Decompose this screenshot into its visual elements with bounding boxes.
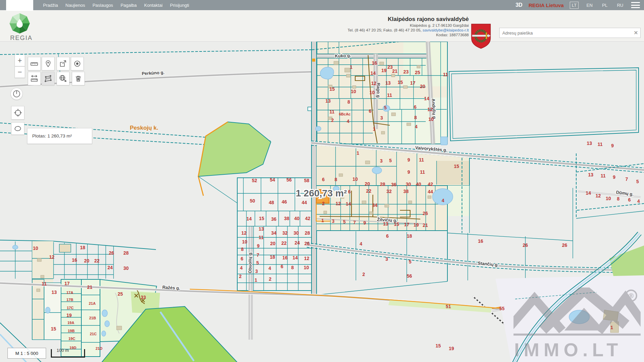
- nav-item-pagalba[interactable]: Pagalba: [121, 3, 137, 8]
- measure-distance-button[interactable]: [28, 72, 41, 85]
- regia-logo-text: REGIA: [10, 35, 33, 42]
- svg-text:23: 23: [403, 69, 409, 74]
- measured-area-label: 1 260,73 m²: [296, 188, 347, 198]
- lang-lt[interactable]: LT: [570, 2, 579, 9]
- svg-text:12: 12: [336, 201, 341, 206]
- svg-text:19C: 19C: [68, 337, 75, 341]
- zoom-out-button[interactable]: −: [15, 66, 25, 78]
- distance-ruler-icon: [30, 74, 38, 83]
- nav-item-kontaktai[interactable]: Kontaktai: [144, 3, 162, 8]
- svg-text:26: 26: [109, 250, 114, 256]
- svg-text:48: 48: [269, 200, 274, 205]
- svg-text:20: 20: [420, 84, 425, 89]
- svg-text:24: 24: [107, 265, 113, 270]
- svg-text:1: 1: [610, 325, 613, 330]
- delete-measurement-button[interactable]: [72, 72, 85, 85]
- svg-text:10: 10: [242, 239, 247, 244]
- svg-text:3: 3: [255, 269, 258, 274]
- svg-text:56: 56: [286, 177, 292, 183]
- svg-text:17A: 17A: [66, 291, 73, 295]
- svg-text:11: 11: [601, 173, 606, 178]
- regia-logo-icon[interactable]: [9, 13, 31, 35]
- svg-text:16: 16: [282, 255, 288, 260]
- municipality-email-link[interactable]: savivaldybe@klaipedos-r.lt: [423, 28, 469, 32]
- regia-lietuva-link[interactable]: REGIA Lietuva: [528, 2, 564, 8]
- map-canvas[interactable]: Perkūno g.Kuko g.Rago g.Andulių g.Vaivor…: [0, 42, 644, 362]
- top-navbar: Pradžia Naujienos Paslaugos Pagalba Kont…: [0, 0, 644, 10]
- svg-text:5: 5: [343, 219, 346, 225]
- svg-text:10: 10: [428, 116, 434, 122]
- measure-length-button[interactable]: [28, 57, 41, 70]
- svg-text:9: 9: [407, 169, 410, 175]
- svg-text:20: 20: [270, 241, 276, 246]
- zoom-in-button[interactable]: +: [15, 55, 25, 66]
- svg-text:4: 4: [347, 119, 349, 124]
- svg-text:13: 13: [383, 221, 388, 227]
- clear-search-icon[interactable]: ✕: [631, 30, 640, 36]
- svg-text:5: 5: [636, 179, 639, 184]
- svg-text:4: 4: [360, 241, 362, 247]
- select-on-map-button[interactable]: [57, 72, 69, 85]
- svg-text:30: 30: [294, 230, 299, 236]
- svg-text:3: 3: [332, 218, 335, 224]
- municipality-title: Klaipėdos rajono savivaldybė: [347, 16, 469, 23]
- lang-ru[interactable]: RU: [615, 2, 625, 8]
- svg-text:52: 52: [252, 178, 257, 183]
- svg-text:25: 25: [415, 70, 420, 75]
- add-marker-button[interactable]: [42, 57, 55, 70]
- svg-text:36: 36: [271, 216, 277, 222]
- nav-item-paslaugos[interactable]: Paslaugos: [93, 3, 113, 8]
- lang-en[interactable]: EN: [585, 2, 594, 8]
- svg-text:16: 16: [478, 238, 483, 244]
- svg-text:21: 21: [423, 222, 428, 228]
- svg-text:14: 14: [586, 190, 591, 196]
- svg-text:44: 44: [428, 189, 433, 194]
- map-scale-text: M 1 : 5 000: [7, 348, 46, 359]
- svg-text:30: 30: [123, 265, 129, 271]
- svg-text:22: 22: [94, 258, 100, 263]
- reset-rotation-button[interactable]: [11, 88, 23, 100]
- svg-text:14: 14: [293, 255, 298, 260]
- municipality-info: Klaipėdos rajono savivaldybė Klaipėdos g…: [347, 16, 469, 37]
- view-3d-button[interactable]: 3D: [516, 2, 522, 8]
- nav-right: 3D REGIA Lietuva LT EN PL RU: [516, 0, 640, 10]
- svg-text:15: 15: [398, 80, 403, 85]
- svg-text:40: 40: [416, 182, 421, 187]
- svg-text:11: 11: [419, 157, 424, 163]
- svg-text:28: 28: [305, 230, 310, 236]
- svg-text:1: 1: [357, 150, 359, 156]
- svg-text:10: 10: [606, 196, 611, 201]
- lang-pl[interactable]: PL: [600, 2, 609, 8]
- svg-text:15: 15: [259, 216, 264, 221]
- measure-area-button[interactable]: [42, 72, 55, 85]
- svg-text:5: 5: [409, 259, 411, 264]
- svg-text:1: 1: [373, 126, 376, 132]
- search-input[interactable]: [500, 30, 631, 36]
- svg-text:4: 4: [268, 265, 271, 271]
- svg-text:26: 26: [304, 241, 310, 246]
- svg-text:46: 46: [282, 199, 287, 205]
- svg-text:14: 14: [370, 70, 376, 76]
- svg-text:11: 11: [420, 169, 425, 175]
- svg-text:40: 40: [294, 216, 300, 221]
- target-point-button[interactable]: [71, 57, 84, 70]
- svg-text:9: 9: [611, 143, 614, 148]
- svg-text:1 260,73 m²: 1 260,73 m²: [296, 188, 347, 198]
- nav-item-naujienos[interactable]: Naujienos: [65, 3, 85, 8]
- municipality-address: Klaipėdos g. 2 LT-96130 Gargždai: [347, 23, 469, 28]
- svg-text:13: 13: [588, 172, 593, 177]
- nav-item-prisijungti[interactable]: Prisijungti: [170, 3, 189, 8]
- svg-text:15: 15: [329, 86, 335, 92]
- svg-text:4: 4: [240, 265, 243, 271]
- svg-text:8: 8: [335, 177, 337, 182]
- share-export-button[interactable]: [57, 57, 69, 70]
- svg-text:17: 17: [64, 281, 70, 286]
- ruler-icon: [30, 60, 38, 68]
- svg-text:44: 44: [302, 200, 307, 205]
- nav-item-pradzia[interactable]: Pradžia: [43, 3, 58, 8]
- svg-text:19: 19: [414, 222, 419, 228]
- full-extent-button[interactable]: [11, 122, 24, 135]
- locate-me-button[interactable]: [11, 106, 24, 120]
- svg-text:15: 15: [51, 326, 56, 332]
- hamburger-menu-icon[interactable]: [631, 2, 640, 8]
